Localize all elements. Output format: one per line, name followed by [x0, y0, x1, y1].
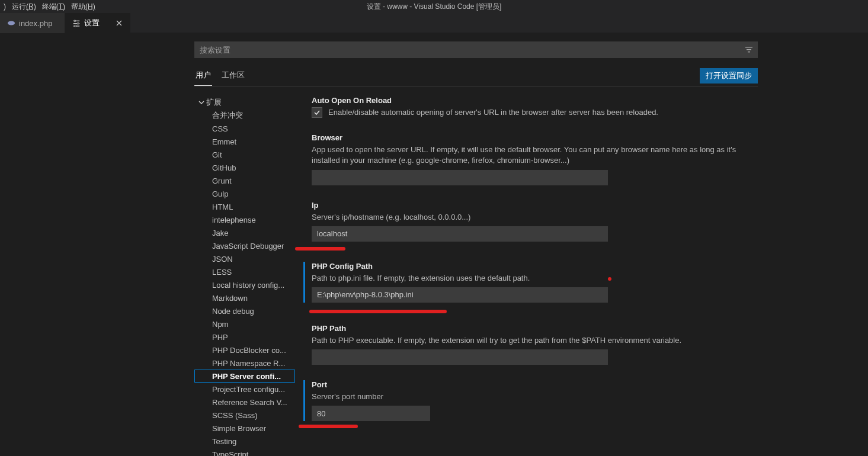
tree-item[interactable]: Npm — [194, 317, 295, 330]
setting-php-config-path: PHP Config Path Path to php.ini file. If… — [312, 262, 750, 303]
tree-item[interactable]: Node debug — [194, 304, 295, 317]
tree-item[interactable]: PHP Namespace R... — [194, 357, 295, 370]
tabbar: index.php 设置 — [0, 13, 868, 33]
annotation-underline — [295, 247, 345, 251]
menu-help[interactable]: 帮助(H) — [71, 2, 95, 12]
checkbox[interactable] — [312, 107, 322, 118]
tree-item[interactable]: GitHub — [194, 161, 295, 174]
port-input[interactable] — [312, 406, 430, 421]
menu-run[interactable]: 运行(R) — [12, 2, 36, 12]
tab-settings[interactable]: 设置 — [65, 13, 130, 33]
setting-title: PHP Path — [312, 324, 750, 333]
tab-index-php[interactable]: index.php — [0, 13, 65, 33]
browser-input[interactable] — [312, 170, 608, 185]
annotation-underline — [309, 310, 447, 313]
setting-desc: Path to php.ini file. If empty, the exte… — [312, 273, 750, 284]
ip-input[interactable] — [312, 226, 608, 242]
window-title: 设置 - wwww - Visual Studio Code [管理员] — [367, 2, 502, 12]
svg-point-4 — [77, 23, 79, 24]
settings-tree[interactable]: 扩展 合并冲突CSSEmmetGitGitHubGruntGulpHTMLint… — [194, 96, 295, 456]
tree-item[interactable]: Grunt — [194, 174, 295, 187]
close-icon[interactable] — [110, 20, 123, 27]
tree-item[interactable]: PHP Server confi... — [194, 370, 295, 383]
setting-browser: Browser App used to open the server URL.… — [312, 133, 750, 185]
tree-item[interactable]: PHP DocBlocker co... — [194, 343, 295, 357]
php-file-icon — [7, 19, 15, 27]
setting-title: PHP Config Path — [312, 262, 750, 271]
setting-php-path: PHP Path Path to PHP executable. If empt… — [312, 324, 750, 365]
tree-item[interactable]: Jake — [194, 226, 295, 239]
svg-point-6 — [75, 25, 76, 27]
setting-desc: Enable/disable automatic opening of serv… — [328, 107, 658, 118]
php-path-input[interactable] — [312, 349, 608, 365]
setting-port: Port Server's port number — [312, 380, 750, 421]
tree-item[interactable]: Testing — [194, 435, 295, 448]
tree-item[interactable]: Emmet — [194, 135, 295, 148]
setting-desc: Server's ip/hostname (e.g. localhost, 0.… — [312, 212, 750, 223]
annotation-dot — [608, 277, 611, 281]
filter-icon[interactable] — [745, 46, 753, 53]
scope-workspace[interactable]: 工作区 — [220, 68, 246, 86]
tree-item[interactable]: Simple Browser — [194, 422, 295, 435]
tree-section-extensions[interactable]: 扩展 — [194, 96, 295, 109]
tree-item[interactable]: Gulp — [194, 187, 295, 200]
tree-item[interactable]: Local history config... — [194, 278, 295, 291]
tree-item[interactable]: ProjectTree configu... — [194, 383, 295, 396]
tree-item[interactable]: JavaScript Debugger — [194, 239, 295, 252]
php-config-path-input[interactable] — [312, 287, 608, 303]
svg-point-0 — [8, 21, 15, 25]
tab-label: 设置 — [84, 18, 100, 28]
setting-title: Auto Open On Reload — [312, 96, 750, 105]
tree-item[interactable]: JSON — [194, 252, 295, 265]
settings-search — [194, 41, 758, 58]
tree-item[interactable]: HTML — [194, 200, 295, 213]
modified-indicator — [303, 380, 305, 421]
menu-placeholder[interactable]: ) — [4, 2, 6, 11]
annotation-underline — [299, 425, 358, 428]
menu-terminal[interactable]: 终端(T) — [42, 2, 65, 12]
setting-title: Browser — [312, 133, 750, 142]
scope-user[interactable]: 用户 — [194, 68, 212, 86]
search-input[interactable] — [194, 41, 758, 58]
svg-rect-7 — [745, 47, 752, 47]
setting-desc: Server's port number — [312, 391, 750, 402]
tree-item[interactable]: Markdown — [194, 291, 295, 304]
setting-title: Port — [312, 380, 750, 389]
settings-sync-button[interactable]: 打开设置同步 — [700, 68, 758, 84]
svg-rect-8 — [747, 49, 751, 50]
settings-editor: 用户 工作区 打开设置同步 扩展 合并冲突CSSEmmetGitGitHubGr… — [0, 33, 868, 456]
setting-auto-open-on-reload: Auto Open On Reload Enable/disable autom… — [312, 96, 750, 118]
settings-icon — [72, 19, 81, 27]
setting-desc: App used to open the server URL. If empt… — [312, 144, 750, 166]
tab-label: index.php — [19, 19, 52, 28]
tree-item[interactable]: Git — [194, 148, 295, 161]
tree-item[interactable]: LESS — [194, 265, 295, 278]
setting-desc: Path to PHP executable. If empty, the ex… — [312, 335, 750, 346]
tree-item[interactable]: TypeScript — [194, 448, 295, 456]
setting-title: Ip — [312, 201, 750, 210]
tree-item[interactable]: CSS — [194, 122, 295, 135]
tree-item[interactable]: 合并冲突 — [194, 109, 295, 122]
tree-item[interactable]: SCSS (Sass) — [194, 409, 295, 422]
menubar: ) 运行(R) 终端(T) 帮助(H) 设置 - wwww - Visual S… — [0, 0, 868, 13]
svg-point-2 — [74, 20, 76, 22]
setting-ip: Ip Server's ip/hostname (e.g. localhost,… — [312, 201, 750, 242]
scope-switcher: 用户 工作区 打开设置同步 — [194, 68, 758, 86]
tree-item[interactable]: Reference Search V... — [194, 396, 295, 409]
svg-rect-9 — [748, 52, 750, 52]
chevron-down-icon — [198, 99, 206, 106]
settings-content[interactable]: Auto Open On Reload Enable/disable autom… — [295, 96, 758, 456]
tree-item[interactable]: PHP — [194, 330, 295, 343]
modified-indicator — [303, 262, 305, 303]
tree-item[interactable]: intelephense — [194, 213, 295, 226]
